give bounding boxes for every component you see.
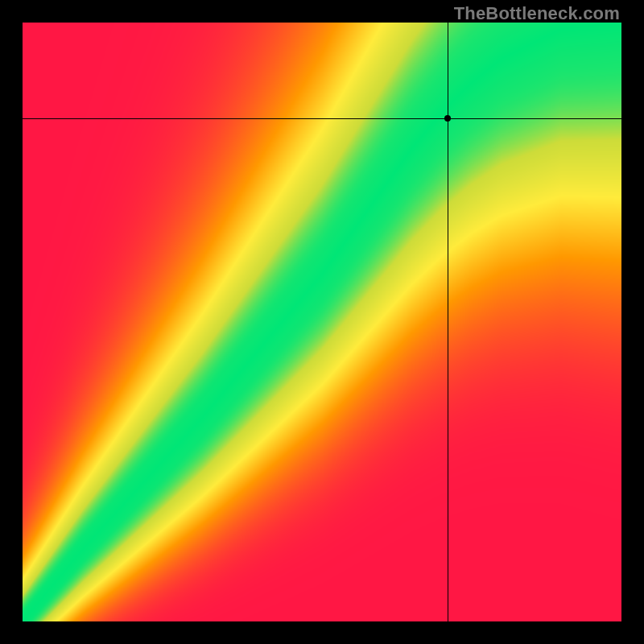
heatmap-canvas <box>23 23 621 621</box>
crosshair-vertical <box>448 23 448 621</box>
crosshair-horizontal <box>23 118 621 119</box>
plot-area <box>23 23 621 621</box>
watermark-text: TheBottleneck.com <box>454 3 620 24</box>
crosshair-dot <box>444 115 451 122</box>
chart-container: TheBottleneck.com <box>0 0 644 644</box>
